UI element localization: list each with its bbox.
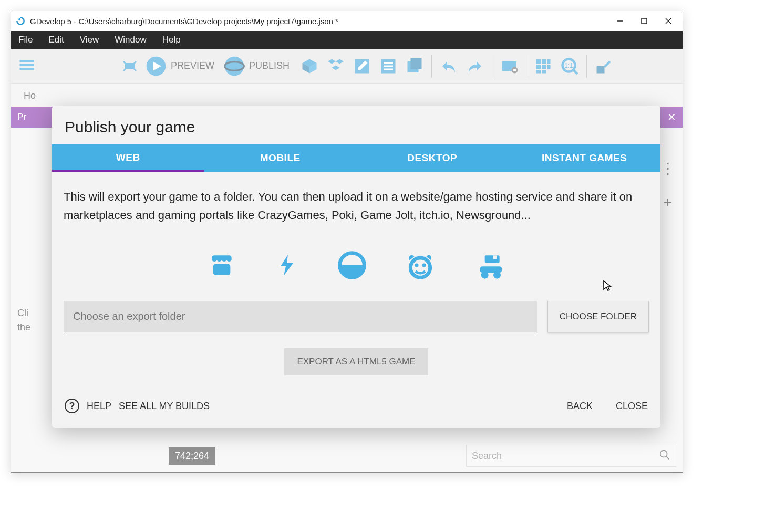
- back-button[interactable]: BACK: [567, 401, 593, 412]
- gamejolt-icon: [274, 251, 299, 282]
- dialog-description: This will export your game to a folder. …: [64, 187, 649, 224]
- svg-marker-58: [604, 281, 611, 290]
- choose-folder-button[interactable]: CHOOSE FOLDER: [547, 301, 649, 332]
- tab-desktop[interactable]: DESKTOP: [356, 144, 509, 172]
- dialog-tabs: WEB MOBILE DESKTOP INSTANT GAMES: [52, 144, 660, 172]
- svg-rect-54: [493, 256, 497, 259]
- export-button[interactable]: EXPORT AS A HTML5 GAME: [284, 348, 428, 375]
- app-icon: [15, 16, 26, 26]
- svg-point-50: [410, 258, 430, 277]
- close-window-button[interactable]: [663, 15, 674, 27]
- svg-rect-53: [485, 256, 500, 263]
- svg-point-56: [481, 272, 489, 279]
- cursor-icon: [603, 280, 613, 296]
- menubar: File Edit View Window Help: [11, 31, 683, 49]
- close-button[interactable]: CLOSE: [616, 401, 648, 412]
- titlebar: GDevelop 5 - C:\Users\charburg\Documents…: [11, 11, 683, 31]
- newgrounds-icon: [474, 251, 505, 282]
- help-icon[interactable]: ?: [65, 399, 79, 413]
- tab-instant-games[interactable]: INSTANT GAMES: [509, 144, 661, 172]
- menu-view[interactable]: View: [77, 33, 102, 47]
- itchio-icon: [207, 251, 236, 282]
- help-link[interactable]: HELP: [87, 401, 111, 412]
- see-builds-link[interactable]: SEE ALL MY BUILDS: [119, 401, 210, 412]
- menu-window[interactable]: Window: [111, 33, 149, 47]
- crazygames-icon: [405, 251, 436, 282]
- svg-point-51: [415, 264, 419, 267]
- window-title: GDevelop 5 - C:\Users\charburg\Documents…: [30, 17, 614, 26]
- tab-mobile[interactable]: MOBILE: [204, 144, 357, 172]
- poki-icon: [337, 251, 367, 282]
- tab-web[interactable]: WEB: [52, 144, 204, 172]
- svg-marker-48: [281, 255, 293, 276]
- svg-point-57: [493, 272, 501, 279]
- marketplace-icons: [64, 224, 649, 301]
- publish-dialog: Publish your game WEB MOBILE DESKTOP INS…: [52, 106, 660, 428]
- menu-help[interactable]: Help: [159, 33, 184, 47]
- menu-file[interactable]: File: [15, 33, 36, 47]
- svg-rect-55: [480, 267, 502, 273]
- maximize-button[interactable]: [638, 15, 650, 27]
- minimize-button[interactable]: [614, 15, 626, 27]
- export-folder-input[interactable]: [64, 301, 537, 332]
- svg-point-52: [422, 264, 426, 267]
- menu-edit[interactable]: Edit: [45, 33, 67, 47]
- app-window: GDevelop 5 - C:\Users\charburg\Documents…: [11, 11, 683, 473]
- svg-rect-1: [642, 18, 647, 24]
- dialog-title: Publish your game: [52, 106, 660, 144]
- svg-rect-47: [213, 264, 231, 275]
